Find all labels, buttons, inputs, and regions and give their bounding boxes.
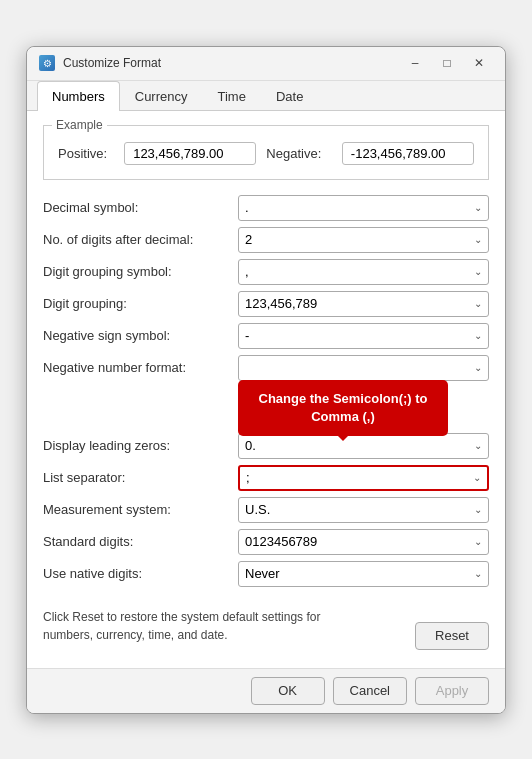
label-negative-sign: Negative sign symbol: (43, 328, 238, 343)
tab-bar: Numbers Currency Time Date (27, 81, 505, 111)
content-area: Example Positive: 123,456,789.00 Negativ… (27, 111, 505, 668)
dropdown-use-native-digits[interactable]: Never ⌄ (238, 561, 489, 587)
footer-buttons: OK Cancel Apply (27, 668, 505, 713)
tab-numbers[interactable]: Numbers (37, 81, 120, 111)
label-digit-grouping: Digit grouping: (43, 296, 238, 311)
negative-value: -123,456,789.00 (342, 142, 474, 165)
window-title: Customize Format (63, 56, 401, 70)
dropdown-digit-grouping-symbol[interactable]: , ⌄ (238, 259, 489, 285)
chevron-icon: ⌄ (474, 362, 482, 373)
apply-button[interactable]: Apply (415, 677, 489, 705)
row-measurement-system: Measurement system: U.S. ⌄ (43, 496, 489, 524)
ok-button[interactable]: OK (251, 677, 325, 705)
row-decimal-symbol: Decimal symbol: . ⌄ (43, 194, 489, 222)
row-standard-digits: Standard digits: 0123456789 ⌄ (43, 528, 489, 556)
dropdown-measurement-system[interactable]: U.S. ⌄ (238, 497, 489, 523)
minimize-button[interactable]: – (401, 52, 429, 74)
label-negative-number-format: Negative number format: (43, 360, 238, 375)
chevron-icon: ⌄ (474, 234, 482, 245)
titlebar-controls: – □ ✕ (401, 52, 493, 74)
dropdown-negative-sign[interactable]: - ⌄ (238, 323, 489, 349)
label-use-native-digits: Use native digits: (43, 566, 238, 581)
row-digit-grouping-symbol: Digit grouping symbol: , ⌄ (43, 258, 489, 286)
positive-value: 123,456,789.00 (124, 142, 256, 165)
example-group: Example Positive: 123,456,789.00 Negativ… (43, 125, 489, 180)
dropdown-display-leading-zeros[interactable]: 0. ⌄ (238, 433, 489, 459)
chevron-icon: ⌄ (474, 504, 482, 515)
form-rows-container: Decimal symbol: . ⌄ No. of digits after … (43, 194, 489, 588)
label-display-leading-zeros: Display leading zeros: (43, 438, 238, 453)
chevron-icon: ⌄ (474, 266, 482, 277)
main-window: ⚙ Customize Format – □ ✕ Numbers Currenc… (26, 46, 506, 714)
label-measurement-system: Measurement system: (43, 502, 238, 517)
window-icon: ⚙ (39, 55, 55, 71)
close-button[interactable]: ✕ (465, 52, 493, 74)
label-decimal-symbol: Decimal symbol: (43, 200, 238, 215)
label-digit-grouping-symbol: Digit grouping symbol: (43, 264, 238, 279)
chevron-icon: ⌄ (474, 536, 482, 547)
negative-label: Negative: (266, 146, 332, 161)
chevron-icon: ⌄ (474, 298, 482, 309)
row-negative-sign: Negative sign symbol: - ⌄ (43, 322, 489, 350)
positive-label: Positive: (58, 146, 114, 161)
row-digit-grouping: Digit grouping: 123,456,789 ⌄ (43, 290, 489, 318)
dropdown-digits-after-decimal[interactable]: 2 ⌄ (238, 227, 489, 253)
label-digits-after-decimal: No. of digits after decimal: (43, 232, 238, 247)
row-display-leading-zeros: Display leading zeros: 0. ⌄ (43, 432, 489, 460)
tab-date[interactable]: Date (261, 81, 318, 111)
maximize-button[interactable]: □ (433, 52, 461, 74)
dropdown-list-separator[interactable]: ; ⌄ (238, 465, 489, 491)
dropdown-decimal-symbol[interactable]: . ⌄ (238, 195, 489, 221)
cancel-button[interactable]: Cancel (333, 677, 407, 705)
chevron-icon: ⌄ (474, 202, 482, 213)
tab-currency[interactable]: Currency (120, 81, 203, 111)
chevron-icon: ⌄ (474, 330, 482, 341)
footer-text: Click Reset to restore the system defaul… (43, 608, 403, 644)
row-list-separator: List separator: ; ⌄ (43, 464, 489, 492)
tooltip-bubble: Change the Semicolon(;) to Comma (,) (238, 380, 448, 436)
footer-row: Click Reset to restore the system defaul… (43, 592, 489, 654)
row-use-native-digits: Use native digits: Never ⌄ (43, 560, 489, 588)
row-digits-after-decimal: No. of digits after decimal: 2 ⌄ (43, 226, 489, 254)
dropdown-digit-grouping[interactable]: 123,456,789 ⌄ (238, 291, 489, 317)
chevron-icon: ⌄ (473, 472, 481, 483)
titlebar: ⚙ Customize Format – □ ✕ (27, 47, 505, 81)
dropdown-standard-digits[interactable]: 0123456789 ⌄ (238, 529, 489, 555)
dropdown-negative-number-format[interactable]: ⌄ (238, 355, 489, 381)
tab-time[interactable]: Time (203, 81, 261, 111)
label-list-separator: List separator: (43, 470, 238, 485)
chevron-icon: ⌄ (474, 440, 482, 451)
label-standard-digits: Standard digits: (43, 534, 238, 549)
reset-button[interactable]: Reset (415, 622, 489, 650)
example-row: Positive: 123,456,789.00 Negative: -123,… (58, 142, 474, 165)
row-negative-number-format: Negative number format: ⌄ Change the Sem… (43, 354, 489, 382)
chevron-icon: ⌄ (474, 568, 482, 579)
example-legend: Example (52, 118, 107, 132)
